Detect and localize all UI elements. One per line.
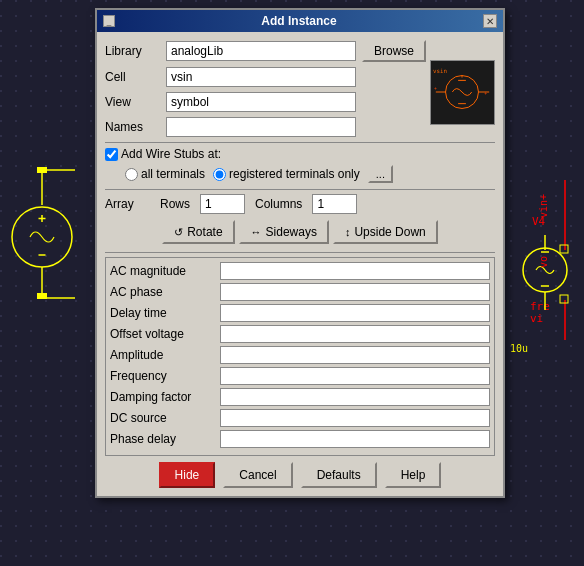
prop-label-1: AC phase [110, 285, 220, 299]
svg-text:10u: 10u [510, 343, 528, 354]
prop-label-8: Phase delay [110, 432, 220, 446]
svg-text:vo: vo [538, 256, 549, 268]
prop-input-4[interactable] [220, 346, 490, 364]
cancel-button[interactable]: Cancel [223, 462, 292, 488]
help-button[interactable]: Help [385, 462, 442, 488]
prop-input-0[interactable] [220, 262, 490, 280]
upside-down-icon: ↕ [345, 226, 351, 238]
prop-input-3[interactable] [220, 325, 490, 343]
wire-stubs-label: Add Wire Stubs at: [121, 147, 221, 161]
wire-stubs-checkbox[interactable] [105, 148, 118, 161]
wire-stubs-checkbox-label[interactable]: Add Wire Stubs at: [105, 147, 221, 161]
cell-label: Cell [105, 70, 160, 84]
minimize-button[interactable]: _ [103, 15, 115, 27]
hide-button[interactable]: Hide [159, 462, 216, 488]
property-row: Amplitude [110, 346, 490, 364]
defaults-button[interactable]: Defaults [301, 462, 377, 488]
property-row: AC phase [110, 283, 490, 301]
divider-1 [105, 142, 495, 143]
property-row: Offset voltage [110, 325, 490, 343]
svg-text:+: + [484, 91, 487, 96]
svg-point-17 [523, 248, 567, 292]
title-bar: _ Add Instance ✕ [97, 10, 503, 32]
property-row: Delay time [110, 304, 490, 322]
radio-row: all terminals registered terminals only … [125, 165, 495, 183]
names-label: Names [105, 120, 160, 134]
svg-text:V4: V4 [532, 215, 546, 228]
svg-text:fre: fre [530, 300, 550, 313]
sideways-button[interactable]: ↔ Sideways [239, 220, 329, 244]
svg-rect-28 [560, 295, 568, 303]
cell-input[interactable] [166, 67, 356, 87]
prop-label-4: Amplitude [110, 348, 220, 362]
property-row: Damping factor [110, 388, 490, 406]
columns-input[interactable] [312, 194, 357, 214]
prop-input-1[interactable] [220, 283, 490, 301]
bottom-buttons: Hide Cancel Defaults Help [105, 462, 495, 488]
prop-input-8[interactable] [220, 430, 490, 448]
upside-down-button[interactable]: ↕ Upside Down [333, 220, 438, 244]
svg-text:vsin: vsin [433, 68, 447, 74]
view-label: View [105, 95, 160, 109]
svg-text:+: + [434, 86, 437, 91]
property-row: Frequency [110, 367, 490, 385]
all-terminals-radio[interactable] [125, 168, 138, 181]
divider-3 [105, 252, 495, 253]
rows-input[interactable] [200, 194, 245, 214]
svg-text:vi: vi [530, 312, 543, 325]
ellipsis-button[interactable]: ... [368, 165, 393, 183]
prop-input-7[interactable] [220, 409, 490, 427]
prop-label-2: Delay time [110, 306, 220, 320]
registered-terminals-label[interactable]: registered terminals only [213, 167, 360, 181]
array-label: Array [105, 197, 150, 211]
library-row: Library Browse [105, 40, 495, 62]
all-terminals-label[interactable]: all terminals [125, 167, 205, 181]
add-instance-dialog: _ Add Instance ✕ vsin [95, 8, 505, 498]
rotate-icon: ↺ [174, 226, 183, 239]
divider-2 [105, 189, 495, 190]
dialog-title: Add Instance [115, 14, 483, 28]
columns-label: Columns [255, 197, 302, 211]
svg-rect-27 [560, 245, 568, 253]
library-input[interactable] [166, 41, 356, 61]
prop-input-6[interactable] [220, 388, 490, 406]
property-row: DC source [110, 409, 490, 427]
names-input[interactable] [166, 117, 356, 137]
prop-label-5: Frequency [110, 369, 220, 383]
svg-rect-10 [37, 293, 47, 299]
rows-label: Rows [160, 197, 190, 211]
prop-label-6: Damping factor [110, 390, 220, 404]
properties-section: AC magnitude AC phase Delay time Offset … [105, 257, 495, 456]
prop-label-3: Offset voltage [110, 327, 220, 341]
prop-label-7: DC source [110, 411, 220, 425]
browse-button[interactable]: Browse [362, 40, 426, 62]
close-button[interactable]: ✕ [483, 14, 497, 28]
library-label: Library [105, 44, 160, 58]
svg-rect-9 [37, 167, 47, 173]
registered-terminals-radio[interactable] [213, 168, 226, 181]
prop-label-0: AC magnitude [110, 264, 220, 278]
component-preview: vsin + + [430, 60, 495, 125]
property-row: AC magnitude [110, 262, 490, 280]
property-row: Phase delay [110, 430, 490, 448]
sideways-icon: ↔ [251, 226, 262, 238]
prop-input-2[interactable] [220, 304, 490, 322]
view-input[interactable] [166, 92, 356, 112]
wire-stubs-row: Add Wire Stubs at: [105, 147, 495, 161]
rotate-row: ↺ Rotate ↔ Sideways ↕ Upside Down [105, 220, 495, 244]
array-row: Array Rows Columns [105, 194, 495, 214]
svg-text:vin+: vin+ [538, 194, 549, 218]
rotate-button[interactable]: ↺ Rotate [162, 220, 234, 244]
svg-point-4 [12, 207, 72, 267]
prop-input-5[interactable] [220, 367, 490, 385]
